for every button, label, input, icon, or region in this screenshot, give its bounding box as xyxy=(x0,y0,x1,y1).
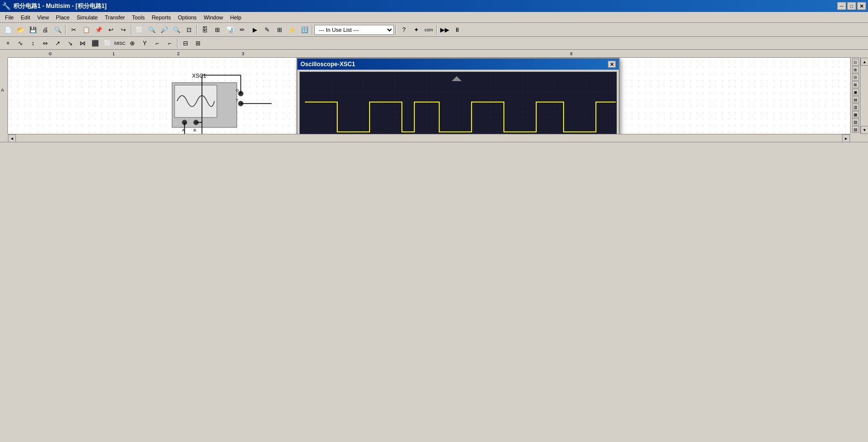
scroll-left-button[interactable]: ◄ xyxy=(8,134,16,142)
sep4 xyxy=(312,25,313,35)
diag2-button[interactable]: ↘ xyxy=(64,38,76,49)
zoom-full-button[interactable]: ⊡ xyxy=(183,24,195,35)
inst-1[interactable]: ⊡ xyxy=(852,59,859,66)
arrow-button[interactable]: ↕ xyxy=(27,38,39,49)
misc-button[interactable]: MISC xyxy=(114,38,126,49)
paste-button[interactable]: 📌 xyxy=(93,24,104,35)
menu-view[interactable]: View xyxy=(34,13,52,21)
ic-button[interactable]: ⬛ xyxy=(89,38,101,49)
wave-button[interactable]: ∿ xyxy=(14,38,26,49)
menu-options[interactable]: Options xyxy=(175,13,199,21)
zoom-out-button[interactable]: 🔍 xyxy=(171,24,183,35)
oscilloscope-close-button[interactable]: ✕ xyxy=(608,61,616,68)
scroll-down-button[interactable]: ▼ xyxy=(861,126,868,134)
branch-button[interactable]: ⋈ xyxy=(77,38,89,49)
cut-button[interactable]: ✂ xyxy=(68,24,80,35)
com-button[interactable]: com xyxy=(423,24,435,35)
wire-button[interactable]: ✏ xyxy=(236,24,248,35)
menu-edit[interactable]: Edit xyxy=(18,13,33,21)
pause-button[interactable]: ⏸ xyxy=(451,24,463,35)
canvas-container: A B C D xyxy=(0,58,868,134)
misc2-button[interactable]: ⊕ xyxy=(126,38,138,49)
status-bar xyxy=(0,142,868,152)
scroll-track-h[interactable] xyxy=(16,134,842,142)
table-button[interactable]: ⊞ xyxy=(211,24,223,35)
corner-button[interactable]: ⌐ xyxy=(151,38,163,49)
menu-simulate[interactable]: Simulate xyxy=(74,13,101,21)
double-arrow-button[interactable]: ⇔ xyxy=(39,38,51,49)
svg-marker-69 xyxy=(452,76,462,81)
oscilloscope-title-bar: Oscilloscope-XSC1 ✕ xyxy=(297,59,619,70)
help-button[interactable]: ? xyxy=(398,24,410,35)
menu-window[interactable]: Window xyxy=(200,13,226,21)
grid-button[interactable]: ⊞ xyxy=(274,24,286,35)
close-button[interactable]: ✕ xyxy=(857,2,866,10)
zoom-fit-button[interactable]: 🔍 xyxy=(146,24,158,35)
db-button[interactable]: 🗄 xyxy=(199,24,211,35)
toolbar-secondary: + ∿ ↕ ⇔ ↗ ↘ ⋈ ⬛ ⬜ MISC ⊕ Y ⌐ ⌐ ⊟ ⊞ xyxy=(0,37,868,50)
circuit-svg: XSC1 G T A B xyxy=(8,58,306,134)
undo-button[interactable]: ↩ xyxy=(105,24,117,35)
print-button[interactable]: 🖨 xyxy=(39,24,51,35)
ruler-tick-a: A xyxy=(1,88,4,93)
menu-place[interactable]: Place xyxy=(53,13,73,21)
scrollbar-vertical[interactable]: ▲ ▼ xyxy=(860,58,868,134)
minimize-button[interactable]: ─ xyxy=(837,2,846,10)
inst-10[interactable]: ▨ xyxy=(852,126,859,133)
save-button[interactable]: 💾 xyxy=(27,24,39,35)
inst-7[interactable]: ▥ xyxy=(852,104,859,110)
menu-reports[interactable]: Reports xyxy=(149,13,174,21)
oscilloscope-dialog: Oscilloscope-XSC1 ✕ xyxy=(296,58,620,134)
scroll-right-button[interactable]: ► xyxy=(842,134,850,142)
zoom-in-button[interactable]: 🔎 xyxy=(158,24,170,35)
probe-button[interactable]: ⚡ xyxy=(286,24,298,35)
ruler-tick-2: 2 xyxy=(177,51,180,56)
maximize-button[interactable]: □ xyxy=(847,2,856,10)
graph-button[interactable]: 📊 xyxy=(224,24,236,35)
inst-6[interactable]: ▤ xyxy=(852,96,859,103)
grid2-button[interactable]: ⊟ xyxy=(180,38,192,49)
component-button[interactable]: ⬜ xyxy=(133,24,145,35)
y-button[interactable]: Y xyxy=(139,38,151,49)
inst-5[interactable]: ▣ xyxy=(852,89,859,96)
edit2-button[interactable]: ✎ xyxy=(261,24,273,35)
redo-button[interactable]: ↪ xyxy=(117,24,129,35)
preview-button[interactable]: 🔍 xyxy=(52,24,64,35)
play-button[interactable]: ▶▶ xyxy=(439,24,451,35)
inst-2[interactable]: ⊞ xyxy=(852,66,859,73)
ruler-vertical: A B C D xyxy=(0,58,8,134)
inst-8[interactable]: ▦ xyxy=(852,111,859,118)
run-button[interactable]: ▶ xyxy=(249,24,261,35)
inst-3[interactable]: ⊟ xyxy=(852,74,859,81)
ic2-button[interactable]: ⬜ xyxy=(101,38,113,49)
canvas-area[interactable]: XSC1 G T A B xyxy=(8,58,850,134)
svg-text:T: T xyxy=(236,98,238,103)
toolbar-main: 📄 📂 💾 🖨 🔍 ✂ 📋 📌 ↩ ↪ ⬜ 🔍 🔎 🔍 ⊡ 🗄 ⊞ 📊 ✏ ▶ … xyxy=(0,23,868,37)
sep6 xyxy=(436,25,437,35)
sep2 xyxy=(131,25,132,35)
inst-4[interactable]: ⊠ xyxy=(852,81,859,88)
ruler-horizontal: ·0· 1 2 3 8 xyxy=(8,50,860,58)
logic-button[interactable]: 🔢 xyxy=(298,24,310,35)
in-use-list[interactable]: --- In Use List --- xyxy=(314,25,394,35)
scroll-thumb-v[interactable] xyxy=(861,66,868,126)
oscilloscope-title-text: Oscilloscope-XSC1 xyxy=(300,61,355,68)
diag-button[interactable]: ↗ xyxy=(52,38,64,49)
scroll-up-button[interactable]: ▲ xyxy=(861,58,868,66)
plus-button[interactable]: + xyxy=(2,38,14,49)
menu-transfer[interactable]: Transfer xyxy=(102,13,128,21)
scrollbar-horizontal: ◄ ► xyxy=(8,134,850,142)
menu-file[interactable]: File xyxy=(2,13,17,21)
inst-9[interactable]: ▧ xyxy=(852,118,859,125)
copy-button[interactable]: 📋 xyxy=(80,24,92,35)
open-button[interactable]: 📂 xyxy=(14,24,26,35)
new-button[interactable]: 📄 xyxy=(2,24,14,35)
grid3-button[interactable]: ⊞ xyxy=(192,38,204,49)
svg-text:XSC1: XSC1 xyxy=(192,73,206,79)
title-bar-left: 🔧 积分电路1 - Multisim - [积分电路1] xyxy=(2,2,106,10)
menu-tools[interactable]: Tools xyxy=(129,13,148,21)
step-button[interactable]: ⌐ xyxy=(164,38,176,49)
menu-help[interactable]: Help xyxy=(227,13,245,21)
star-button[interactable]: ✦ xyxy=(410,24,422,35)
title-bar-buttons: ─ □ ✕ xyxy=(837,2,866,10)
